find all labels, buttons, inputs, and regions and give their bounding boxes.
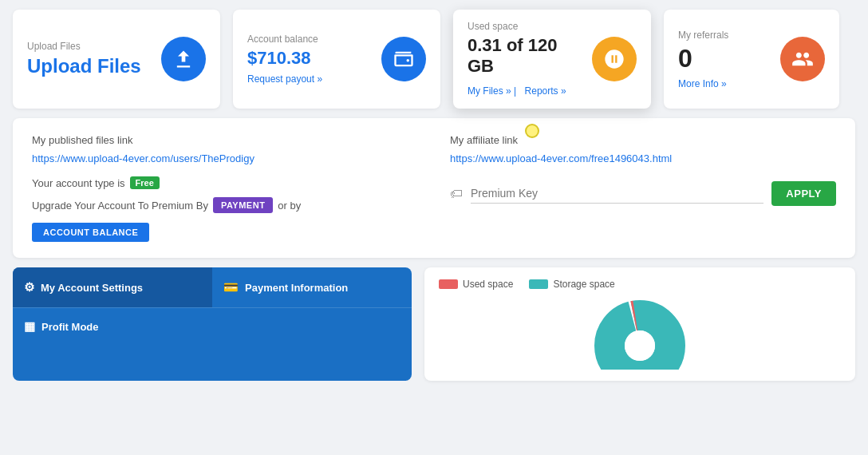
referrals-card: My referrals 0 More Info » (664, 10, 839, 109)
bottom-tabs: ⚙ My Account Settings 💳 Payment Informat… (13, 267, 412, 381)
premium-key-input[interactable] (471, 184, 763, 204)
used-space-card: Used space 0.31 of 120GB My Files » | Re… (453, 10, 651, 109)
chart-legend: Used space Storage space (439, 279, 841, 290)
premium-key-row: 🏷 APPLY (450, 181, 836, 206)
upload-card-label: Upload Files (27, 41, 161, 52)
request-payout-link[interactable]: Request payout » (247, 73, 381, 85)
referrals-icon (780, 37, 825, 81)
used-space-icon (592, 37, 637, 81)
account-balance-button[interactable]: ACCOUNT BALANCE (32, 223, 149, 242)
used-space-legend-label: Used space (463, 279, 513, 290)
balance-card-content: Account balance $710.38 Request payout » (247, 34, 381, 85)
tab-account-settings[interactable]: ⚙ My Account Settings (13, 267, 212, 307)
tab-payment-information[interactable]: 💳 Payment Information (212, 267, 412, 307)
used-space-value: 0.31 of 120GB (468, 35, 592, 77)
middle-section: My published files link https://www.uplo… (13, 118, 855, 258)
upgrade-prefix: Upgrade Your Account To Premium By (32, 200, 208, 212)
affiliate-label: My affiliate link (450, 134, 836, 146)
middle-right: My affiliate link https://www.upload-4ev… (450, 134, 836, 242)
upload-card-content: Upload Files Upload Files (27, 41, 161, 77)
upgrade-suffix: or by (278, 200, 301, 212)
storage-space-color (529, 279, 548, 289)
tab-profit-label: Profit Mode (41, 321, 99, 333)
tab-account-settings-label: My Account Settings (41, 282, 143, 294)
settings-icon: ⚙ (24, 280, 34, 295)
used-space-legend: Used space (439, 279, 513, 290)
upload-card: Upload Files Upload Files (13, 10, 220, 109)
chart-section: Used space Storage space (424, 267, 855, 381)
balance-card: Account balance $710.38 Request payout » (233, 10, 440, 109)
reports-link[interactable]: Reports » (525, 85, 566, 97)
profit-icon: ▦ (24, 319, 35, 334)
apply-button[interactable]: APPLY (771, 181, 836, 206)
tabs-top-row: ⚙ My Account Settings 💳 Payment Informat… (13, 267, 412, 307)
cards-row: Upload Files Upload Files Account balanc… (0, 0, 868, 118)
account-type-badge: Free (130, 176, 160, 189)
balance-label: Account balance (247, 34, 381, 45)
used-space-links: My Files » | Reports » (468, 83, 592, 97)
tab-profit-mode[interactable]: ▦ Profit Mode (13, 307, 412, 345)
bottom-row: ⚙ My Account Settings 💳 Payment Informat… (13, 267, 855, 381)
referrals-content: My referrals 0 More Info » (678, 30, 780, 89)
my-files-link[interactable]: My Files » | (468, 85, 516, 97)
storage-space-legend-label: Storage space (553, 279, 614, 290)
used-space-content: Used space 0.31 of 120GB My Files » | Re… (468, 21, 592, 97)
account-type-prefix: Your account type is (32, 177, 125, 189)
upload-icon[interactable] (161, 37, 206, 81)
affiliate-link[interactable]: https://www.upload-4ever.com/free1496043… (450, 152, 672, 164)
svg-point-2 (625, 330, 655, 361)
key-icon: 🏷 (450, 187, 463, 201)
upgrade-row: Upgrade Your Account To Premium By PAYME… (32, 197, 418, 213)
wallet-icon[interactable] (381, 37, 426, 81)
more-info-link[interactable]: More Info » (678, 78, 780, 89)
balance-value: $710.38 (247, 48, 381, 69)
storage-space-legend: Storage space (529, 279, 614, 290)
account-type-row: Your account type is Free (32, 176, 418, 189)
referrals-label: My referrals (678, 30, 780, 41)
used-space-label: Used space (468, 21, 592, 32)
payment-icon: 💳 (223, 280, 239, 295)
payment-button[interactable]: PAYMENT (213, 197, 273, 213)
published-link[interactable]: https://www.upload-4ever.com/users/ThePr… (32, 152, 254, 164)
used-space-color (439, 279, 458, 289)
referrals-value: 0 (678, 44, 780, 73)
middle-left: My published files link https://www.uplo… (32, 134, 418, 242)
published-label: My published files link (32, 134, 418, 146)
tab-payment-label: Payment Information (245, 282, 348, 294)
pie-chart (439, 298, 841, 370)
upload-card-value: Upload Files (27, 55, 161, 77)
